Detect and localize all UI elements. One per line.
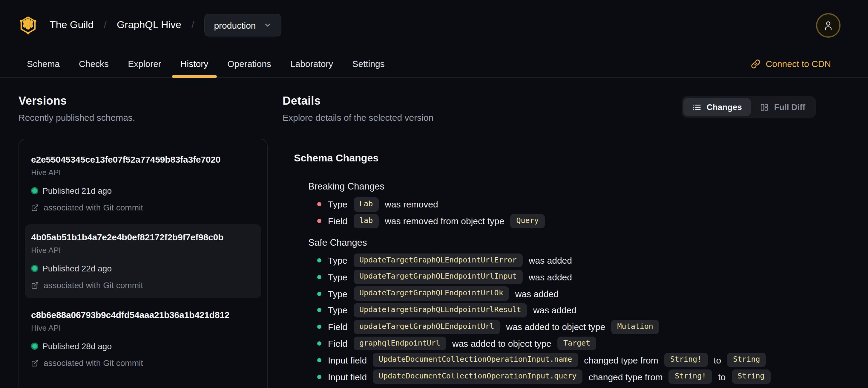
change-text: Type bbox=[328, 305, 347, 316]
nav-tab-explorer[interactable]: Explorer bbox=[120, 50, 169, 77]
version-list-item[interactable]: c8b6e88a06793b9c4dfd54aaa21b36a1b421d812… bbox=[25, 302, 261, 376]
change-text: Input field bbox=[328, 371, 367, 382]
published-status-dot bbox=[31, 342, 38, 350]
change-content: TypeUpdateTargetGraphQLEndpointUrlErrorw… bbox=[328, 253, 572, 268]
change-content: FieldupdateTargetGraphQLEndpointUrlwas a… bbox=[328, 320, 659, 334]
change-text: was added bbox=[533, 305, 577, 316]
safe-changes-list: TypeUpdateTargetGraphQLEndpointUrlErrorw… bbox=[308, 252, 816, 385]
version-service-name: Hive API bbox=[31, 168, 255, 177]
breadcrumb-project[interactable]: GraphQL Hive bbox=[117, 19, 181, 31]
schema-change-item: TypeUpdateTargetGraphQLEndpointUrlResult… bbox=[308, 302, 816, 319]
schema-change-item: TypeUpdateTargetGraphQLEndpointUrlInputw… bbox=[308, 269, 816, 286]
nav-tab-history[interactable]: History bbox=[172, 50, 217, 77]
nav-tab-label: History bbox=[180, 59, 208, 69]
published-time: Published 22d ago bbox=[42, 264, 112, 273]
change-text: Field bbox=[328, 322, 347, 332]
change-text: changed type from bbox=[584, 355, 658, 365]
version-list-item[interactable]: 4b05ab51b1b4a7e2e4b0ef82172f2b9f7ef98c0b… bbox=[25, 224, 261, 298]
version-hash: e2e55045345ce13fe07f52a77459b83fa3fe7020 bbox=[31, 154, 255, 165]
git-commit-link[interactable]: associated with Git commit bbox=[31, 280, 255, 290]
main-content: Versions Recently published schemas. e2e… bbox=[0, 78, 868, 388]
nav-tab-operations[interactable]: Operations bbox=[219, 50, 280, 77]
user-avatar-button[interactable] bbox=[816, 13, 840, 37]
schema-change-item: FieldgraphqlEndpointUrlwas added to obje… bbox=[308, 335, 816, 352]
git-commit-label: associated with Git commit bbox=[43, 358, 143, 368]
change-content: TypeUpdateTargetGraphQLEndpointUrlOkwas … bbox=[328, 287, 559, 301]
change-bullet-dot bbox=[317, 358, 321, 362]
changes-toggle-button[interactable]: Changes bbox=[683, 98, 751, 116]
code-badge: UpdateTargetGraphQLEndpointUrlResult bbox=[353, 303, 527, 318]
version-hash: c8b6e88a06793b9c4dfd54aaa21b36a1b421d812 bbox=[31, 310, 255, 320]
code-badge: String! bbox=[669, 369, 712, 384]
target-selector[interactable]: production bbox=[204, 14, 281, 36]
schema-change-item: Input fieldUpdateDocumentCollectionOpera… bbox=[308, 352, 816, 368]
nav-tab-settings[interactable]: Settings bbox=[344, 50, 393, 77]
user-icon bbox=[823, 20, 834, 31]
change-bullet-dot bbox=[317, 375, 321, 379]
versions-panel: Versions Recently published schemas. e2e… bbox=[19, 94, 268, 388]
change-content: FieldgraphqlEndpointUrlwas added to obje… bbox=[328, 336, 596, 351]
columns-icon bbox=[760, 102, 769, 112]
target-selector-value: production bbox=[214, 20, 256, 30]
code-badge: UpdateTargetGraphQLEndpointUrlOk bbox=[353, 287, 509, 301]
external-link-icon bbox=[31, 281, 39, 289]
published-status-dot bbox=[31, 187, 38, 194]
git-commit-link[interactable]: associated with Git commit bbox=[31, 203, 255, 212]
code-badge: String bbox=[732, 369, 770, 384]
versions-title: Versions bbox=[19, 94, 268, 108]
change-text: Field bbox=[328, 216, 347, 226]
code-badge: Mutation bbox=[612, 320, 659, 334]
change-content: Input fieldUpdateDocumentCollectionOpera… bbox=[328, 353, 766, 367]
change-content: TypeLabwas removed bbox=[328, 197, 438, 212]
published-time: Published 21d ago bbox=[42, 186, 112, 196]
versions-subtitle: Recently published schemas. bbox=[19, 112, 268, 123]
change-content: TypeUpdateTargetGraphQLEndpointUrlResult… bbox=[328, 303, 577, 318]
published-status: Published 21d ago bbox=[31, 186, 255, 196]
breadcrumb-org[interactable]: The Guild bbox=[50, 19, 93, 31]
chevron-down-icon bbox=[264, 21, 272, 29]
nav-tab-schema[interactable]: Schema bbox=[19, 50, 68, 77]
change-text: was removed bbox=[385, 199, 438, 210]
changes-toggle-label: Changes bbox=[707, 102, 742, 112]
code-badge: UpdateDocumentCollectionOperationInput.q… bbox=[373, 369, 583, 384]
view-toggle: Changes Full Diff bbox=[682, 96, 816, 118]
change-text: was removed from object type bbox=[385, 216, 504, 226]
schema-change-item: TypeUpdateTargetGraphQLEndpointUrlErrorw… bbox=[308, 252, 816, 269]
breadcrumb-separator: / bbox=[191, 19, 194, 31]
change-text: Field bbox=[328, 338, 347, 349]
version-list-item[interactable]: e2e55045345ce13fe07f52a77459b83fa3fe7020… bbox=[25, 147, 261, 220]
breadcrumb: The Guild / GraphQL Hive / production bbox=[50, 14, 282, 36]
nav-tab-laboratory[interactable]: Laboratory bbox=[282, 50, 341, 77]
code-badge: updateTargetGraphQLEndpointUrl bbox=[353, 320, 500, 334]
full-diff-toggle-button[interactable]: Full Diff bbox=[751, 98, 814, 116]
change-text: Type bbox=[328, 255, 347, 265]
safe-changes-title: Safe Changes bbox=[308, 237, 816, 248]
version-service-name: Hive API bbox=[31, 323, 255, 332]
git-commit-link[interactable]: associated with Git commit bbox=[31, 358, 255, 368]
change-text: was added to object type bbox=[452, 338, 551, 349]
versions-list: e2e55045345ce13fe07f52a77459b83fa3fe7020… bbox=[19, 139, 268, 388]
breadcrumb-separator: / bbox=[104, 19, 106, 31]
change-bullet-dot bbox=[317, 292, 321, 296]
nav-tab-label: Settings bbox=[352, 59, 384, 69]
change-text: Input field bbox=[328, 355, 367, 365]
change-bullet-dot bbox=[317, 202, 321, 207]
version-hash: 4b05ab51b1b4a7e2e4b0ef82172f2b9f7ef98c0b bbox=[31, 232, 255, 242]
breaking-changes-title: Breaking Changes bbox=[308, 181, 816, 192]
nav-tab-label: Operations bbox=[227, 59, 271, 69]
change-bullet-dot bbox=[317, 219, 321, 223]
code-badge: Target bbox=[557, 336, 596, 351]
code-badge: UpdateDocumentCollectionOperationInput.n… bbox=[373, 353, 578, 367]
details-subtitle: Explore details of the selected version bbox=[283, 112, 433, 123]
top-bar: The Guild / GraphQL Hive / production bbox=[0, 0, 868, 50]
nav-tabs: SchemaChecksExplorerHistoryOperationsLab… bbox=[19, 50, 393, 77]
published-time: Published 28d ago bbox=[42, 341, 112, 351]
connect-to-cdn-link[interactable]: Connect to CDN bbox=[751, 50, 831, 77]
hive-logo-icon[interactable] bbox=[19, 16, 38, 35]
version-list-item[interactable]: a823f6db2a55df877dcf406006abca97fcc4858c… bbox=[25, 380, 261, 388]
published-status: Published 28d ago bbox=[31, 341, 255, 351]
nav-tab-checks[interactable]: Checks bbox=[70, 50, 117, 77]
change-text: was added bbox=[529, 255, 572, 265]
schema-change-item: TypeUpdateTargetGraphQLEndpointUrlOkwas … bbox=[308, 285, 816, 302]
safe-changes-group: Safe Changes TypeUpdateTargetGraphQLEndp… bbox=[294, 237, 816, 385]
